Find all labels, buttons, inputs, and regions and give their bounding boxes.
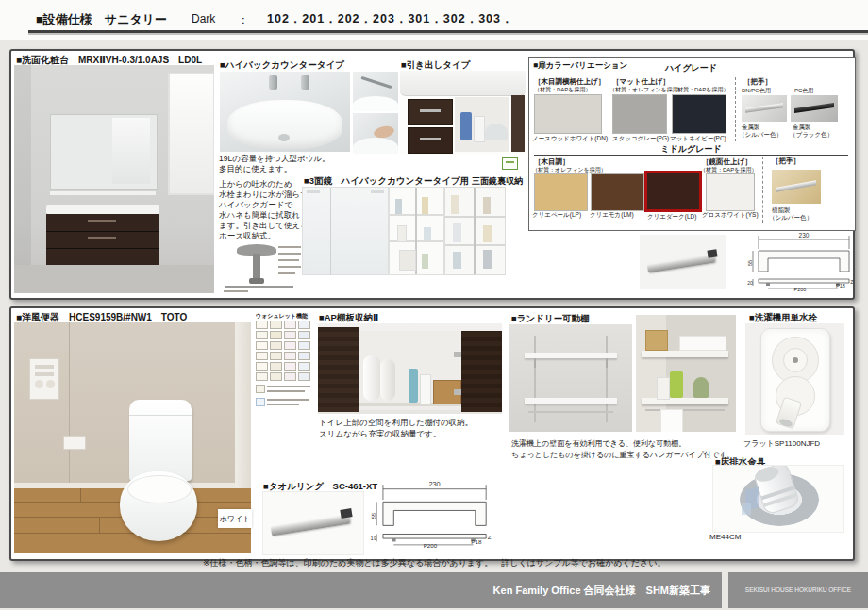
washlet-function-icon [256,341,268,350]
color-swatch-pc [672,94,726,134]
toilet-color-label-box: ホワイト [218,509,252,528]
washlet-function-icon [298,372,310,381]
annotation-bar [278,266,301,268]
washlet-function-icon [284,352,296,360]
washlet-function-icon [284,331,296,339]
hose-line [360,76,392,89]
washlet-function-icon [256,372,268,381]
laundry-desc-line: 洗濯機上の壁面を有効利用できる、便利な可動棚。 [511,438,686,449]
hanger-pipe [528,411,613,413]
eco-badge-mark [506,161,514,163]
handle-for: DN/PG色用 [742,87,771,95]
footer-bar-right: SEKISUI HOUSE HOKURIKU OFFICE [728,572,868,608]
toiletry-item [483,250,492,269]
middle-grade-rule [534,155,848,156]
toiletry-item [422,254,428,269]
plank-joint [80,488,81,502]
toilet-tank [129,400,192,481]
finish-mark: Z [850,279,854,285]
open-door [511,95,525,152]
footnote-bar [267,390,305,392]
handle-bar [794,103,834,113]
shelf [525,398,617,404]
washlet-remote [29,358,59,400]
page-title: ■設備仕様 サニタリー [36,11,167,28]
folded-towels [679,336,726,351]
remote-button [46,380,55,388]
high-grade-rule [534,74,848,74]
hanger-pipe [645,409,725,411]
color-swatch-ld [647,173,699,209]
washlet-function-icon [284,372,296,381]
shelf-bracket [534,358,536,368]
plank-joint [99,517,100,533]
open-door-left [318,327,359,412]
dim-end: P18 [471,538,482,545]
washlet-function-icon [270,372,282,381]
handle-photo-black [791,95,838,122]
bowl-edge [353,138,398,154]
handle-photo-resin [772,170,821,204]
toilet-bowl [120,471,197,541]
toiletry-item [483,225,492,242]
laundry-desc-line: ちょっとしたものを掛けるのに重宝するハンガーパイプ付です。 [511,450,734,460]
washlet-functions-label: ウォシュレット機能 [256,312,308,321]
cabinet-interior [455,97,509,152]
mirror-reflection [112,118,150,184]
toiletry-item [424,227,431,240]
remote-button [35,380,43,388]
paper-holder [63,436,86,450]
blue-reflection [742,503,751,515]
spray-bottle-teal [409,369,418,403]
counter-top [46,205,159,214]
ap-storage-photo [318,323,502,414]
detergent-bottle-white [657,377,670,400]
drawer-handle [420,138,441,140]
drawer-handle [420,109,441,112]
bar-end-cap [340,508,352,519]
towel-ring-dimension-drawing: 230 55 19 P200 P18 Z [368,477,492,552]
spray-bottle-white [420,374,431,404]
footnote-icon [256,398,265,406]
knob-center [793,357,798,363]
washer-faucet-photo [745,323,844,435]
cabinet-interior [359,331,461,410]
shelf-bracket [606,358,608,368]
vanity-handle-photo [640,235,726,289]
separator [762,157,763,223]
shelf [525,353,617,358]
separator [735,77,736,141]
footer-office: SEKISUI HOUSE HOKURIKU OFFICE [728,572,868,608]
annotation-bar [224,290,248,292]
wall-rail [534,336,536,422]
pullout-cabinet-photo [400,71,526,155]
cleaning-photo-2 [353,113,398,154]
mirror-open-photo-1 [389,187,444,275]
color-swatch-ys [706,173,755,211]
drain-cap [278,134,290,141]
counter-line [225,286,293,288]
dim-end: P18 [836,283,845,289]
footnote-bar [267,404,299,405]
toiletry-item [453,252,461,269]
shelf-divider [474,188,476,274]
handle-header: ［把手］ [743,77,772,87]
footer-bar-left: Ken Family Office 合同会社様 SHM新築工事 [0,572,722,608]
washlet-function-icon [256,321,268,329]
washlet-function-icon [298,362,310,371]
drawer-line [46,231,159,232]
color-swatch-lm [591,173,644,211]
vanity-handle-dimension-drawing: 230 55 20 P200 P18 Z [745,232,855,292]
swatch-caption: グロスホワイト(YS) [702,211,759,220]
swatch-caption: マットネイビー(PC) [670,135,726,143]
handle-photo-silver [742,95,787,122]
handle-caption-note: （シルバー色） [739,131,782,140]
toiletry-item [483,197,491,214]
toiletry-item [399,250,416,271]
toilet-room-photo [14,322,251,553]
bowl-desc-line: 多目的に使えます。 [219,164,292,175]
faucet-handle [301,75,309,90]
stop-valve-knob [783,348,808,372]
faucet-handle [269,75,277,90]
paper-roll [380,359,395,401]
